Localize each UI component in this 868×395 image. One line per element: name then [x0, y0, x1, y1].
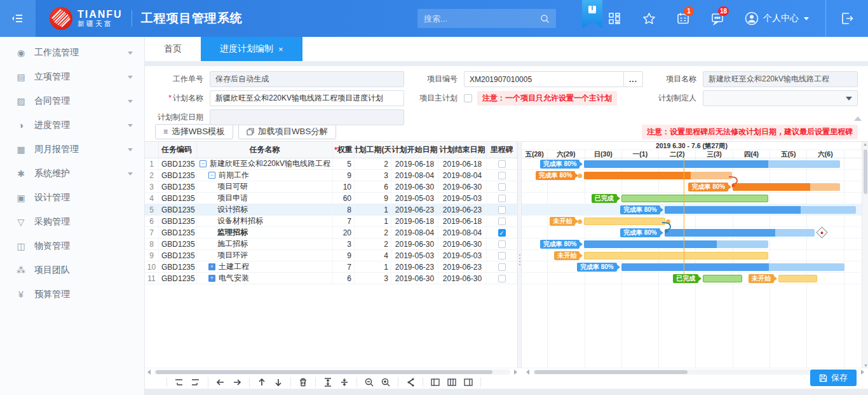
milestone-checkbox[interactable] — [498, 275, 506, 282]
arrow-up-button[interactable] — [257, 377, 267, 387]
indent-button[interactable] — [191, 377, 201, 387]
brand-logo: TIANFU 新疆天富 — [50, 7, 123, 30]
gantt-bar[interactable] — [778, 275, 818, 282]
plan-maker-select[interactable] — [703, 90, 858, 106]
global-search[interactable] — [417, 9, 556, 28]
layout-right-button[interactable] — [463, 377, 473, 387]
gantt-bar[interactable] — [621, 263, 844, 271]
milestone-checkbox[interactable] — [498, 195, 506, 202]
tab-close-icon[interactable]: × — [278, 45, 283, 54]
trash-button[interactable] — [298, 377, 308, 387]
table-row[interactable]: 3GBD1235项目可研1062019-06-302019-06-30 — [145, 181, 517, 193]
table-row[interactable]: 2GBD1235−前期工作932019-08-042019-08-04 — [145, 170, 517, 181]
milestone-checkbox[interactable] — [498, 160, 506, 168]
sidebar-item-reports[interactable]: ▦周月报管理 — [0, 137, 144, 162]
arrow-left-button[interactable] — [215, 377, 226, 387]
link-button[interactable] — [405, 377, 416, 387]
logout-button[interactable] — [825, 0, 868, 37]
layout-split-button[interactable] — [447, 377, 457, 387]
scroll-right-arrow[interactable] — [514, 370, 517, 375]
sidebar-item-maintenance[interactable]: ✱系统维护 — [0, 162, 144, 186]
table-row[interactable]: 5GBD1235设计招标812019-06-232019-06-23 — [145, 204, 517, 216]
search-input[interactable] — [424, 14, 540, 24]
save-button[interactable]: 保存 — [810, 370, 857, 386]
tree-expand-icon[interactable]: + — [208, 275, 215, 282]
gantt-bar[interactable] — [584, 160, 840, 168]
layout-left-button[interactable] — [430, 377, 440, 387]
tree-collapse-icon[interactable]: − — [200, 160, 207, 167]
table-row[interactable]: 10GBD1235+土建工程712019-06-232019-06-23 — [145, 261, 517, 273]
milestone-checkbox[interactable] — [498, 172, 506, 179]
table-h-scrollbar[interactable] — [154, 370, 510, 375]
zoom-out-button[interactable] — [364, 377, 374, 387]
table-row[interactable]: 7GBD1235监理招标2022019-08-042019-08-04✓ — [145, 227, 517, 239]
collapse-menu-button[interactable] — [0, 0, 36, 37]
gantt-bar[interactable] — [584, 240, 768, 248]
milestone-checkbox[interactable] — [498, 240, 506, 248]
expand-vertical-button[interactable] — [339, 377, 349, 387]
tree-expand-icon[interactable]: + — [208, 263, 215, 270]
bookmark-ribbon-button[interactable] — [582, 0, 602, 28]
milestone-diamond-icon[interactable] — [816, 226, 827, 238]
outdent-button[interactable] — [174, 377, 184, 387]
sidebar-item-procurement[interactable]: ▽采购管理 — [0, 210, 144, 234]
gantt-h-scrollbar[interactable] — [533, 370, 852, 375]
sidebar-item-materials[interactable]: ◫物资管理 — [0, 234, 144, 258]
gantt-bar[interactable] — [621, 195, 769, 202]
milestone-checkbox[interactable] — [498, 183, 506, 191]
sidebar-item-team[interactable]: ⁂项目团队 — [0, 258, 144, 282]
table-row[interactable]: 4GBD1235项目申请6092019-05-032019-05-03 — [145, 193, 517, 204]
task-code: GBD1235 — [159, 204, 197, 215]
scroll-left-arrow[interactable] — [147, 370, 151, 375]
table-row[interactable]: 6GBD1235设备材料招标712019-06-182019-06-18 — [145, 216, 517, 227]
gantt-row: 未开始 — [522, 250, 862, 261]
milestone-checkbox[interactable] — [498, 218, 506, 225]
pane-splitter[interactable] — [517, 141, 522, 368]
table-row[interactable]: 1GBD1235−新建欣旺至众和220kV输电线路工程522019-06-182… — [145, 158, 517, 170]
grid-apps-button[interactable] — [607, 11, 622, 26]
arrow-down-button[interactable] — [273, 377, 283, 387]
plan-name-input[interactable]: 新疆欣旺至众和220KV输电线路工程项目进度计划 — [210, 90, 404, 106]
calendar-button[interactable]: 1 — [675, 11, 691, 26]
load-project-wbs-button[interactable]: 加载项目WBS分解 — [238, 124, 336, 139]
project-code-input[interactable]: XM201907010005 — [464, 71, 624, 87]
favorites-button[interactable] — [641, 11, 656, 26]
form-collapse-arrow[interactable] — [854, 116, 862, 121]
gantt-bar[interactable] — [733, 183, 840, 191]
sidebar-item-budget[interactable]: ¥预算管理 — [0, 282, 144, 307]
master-plan-checkbox[interactable] — [464, 94, 472, 102]
sidebar-item-contract[interactable]: ▨合同管理 — [0, 89, 144, 113]
tab-home[interactable]: 首页 — [145, 37, 201, 61]
tree-collapse-icon[interactable]: − — [208, 172, 215, 179]
sidebar-item-workflow[interactable]: ◉工作流管理 — [0, 41, 144, 65]
sidebar-item-progress[interactable]: ◑进度管理 — [0, 113, 144, 137]
milestone-checkbox[interactable] — [498, 252, 506, 260]
gantt-bar[interactable] — [584, 218, 665, 225]
gantt-vertical-scrollbar[interactable]: ▲▼ — [862, 142, 868, 368]
milestone-checkbox[interactable]: ✓ — [498, 229, 506, 237]
gantt-scroll-right-arrow[interactable] — [861, 370, 864, 375]
gantt-bar[interactable] — [665, 206, 856, 214]
sidebar-item-initiation[interactable]: ▤立项管理 — [0, 65, 144, 89]
milestone-checkbox[interactable] — [498, 206, 506, 214]
gantt-scroll-left-arrow[interactable] — [526, 370, 529, 375]
table-row[interactable]: 8GBD1235施工招标322019-06-302019-06-30 — [145, 239, 517, 250]
gantt-bar[interactable] — [584, 172, 732, 179]
table-row[interactable]: 9GBD1235项目环评942019-05-032019-05-03 — [145, 250, 517, 261]
gantt-bar[interactable] — [703, 275, 742, 282]
gantt-bar[interactable] — [584, 252, 768, 260]
milestone-checkbox[interactable] — [498, 263, 506, 271]
tab-schedule-plan[interactable]: 进度计划编制× — [201, 37, 302, 61]
arrow-right-button[interactable] — [232, 377, 242, 387]
select-wbs-template-button[interactable]: ≡ 选择WBS模板 — [155, 124, 233, 139]
user-center-menu[interactable]: 个人中心 — [744, 11, 809, 26]
chevron-down-icon — [128, 100, 133, 103]
collapse-vertical-button[interactable] — [323, 377, 333, 387]
project-code-more-button[interactable]: ... — [624, 71, 643, 87]
zoom-in-button[interactable] — [381, 377, 391, 387]
plan-date-input[interactable] — [210, 109, 404, 125]
table-row[interactable]: 11GBD1235+电气安装632019-06-302019-06-30 — [145, 273, 517, 284]
messages-button[interactable]: 18 — [710, 11, 725, 26]
sidebar-item-design[interactable]: ▣设计管理 — [0, 186, 144, 210]
gantt-bar[interactable] — [665, 229, 815, 237]
